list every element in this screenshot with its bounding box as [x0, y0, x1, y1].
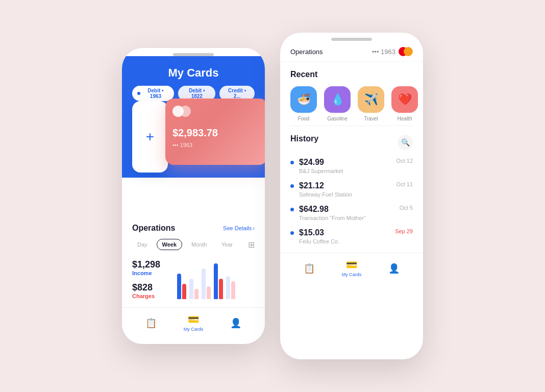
gas-label: Gasoline [327, 116, 347, 121]
bar-charges-2 [194, 289, 199, 299]
phone-1: My Cards Debit • 1963 Debit • 1822 Credi… [122, 48, 265, 344]
list-icon: 📋 [145, 317, 157, 329]
credit-card[interactable]: $2,983.78 ••• 1963 [165, 99, 265, 165]
gas-icon: 💧 [324, 86, 351, 113]
recent-icons: 🍜 Food 💧 Gasoline ✈️ Travel ❤️ Health [290, 86, 413, 121]
health-icon: ❤️ [391, 86, 418, 113]
history-info-1: $21.12 Safeway Fuel Station [299, 181, 391, 198]
nav-item-cards[interactable]: 💳 My Cards [184, 314, 204, 332]
history-merchant-1: Safeway Fuel Station [299, 191, 391, 198]
history-amount-3: $15.03 [299, 228, 390, 237]
history-dot-3 [290, 231, 294, 235]
recent-item-health[interactable]: ❤️ Health [391, 86, 418, 121]
mc-orange-circle [404, 47, 413, 56]
recent-item-gasoline[interactable]: 💧 Gasoline [324, 86, 351, 121]
history-info-0: $24.99 B&J Supermarket [299, 158, 391, 174]
see-details-link[interactable]: See Details › [223, 225, 255, 231]
card-dots: ••• 1963 [372, 48, 395, 56]
bar-charges-5 [231, 281, 235, 299]
bar-income-1 [177, 274, 181, 299]
operations-header: Operations See Details › [132, 224, 255, 233]
nav2-item-cards[interactable]: 💳 My Cards [342, 259, 362, 277]
history-item-0[interactable]: $24.99 B&J Supermarket Oct 12 [290, 158, 413, 174]
history-merchant-2: Transaction "From Mother" [299, 215, 394, 221]
card-amount: $2,983.78 [172, 127, 260, 139]
history-dot-0 [290, 161, 294, 164]
history-date-1: Oct 11 [397, 181, 413, 187]
search-button[interactable]: 🔍 [398, 135, 413, 150]
cards-nav2-label: My Cards [342, 272, 362, 277]
bar-income-5 [226, 276, 230, 299]
add-card-button[interactable]: + [132, 101, 168, 173]
history-item-3[interactable]: $15.03 Feilu Coffee Co. Sep 29 [290, 228, 413, 244]
stats-chart: $1,298 Income $828 Charges [132, 258, 255, 299]
nav-item-list[interactable]: 📋 [145, 317, 157, 329]
history-header: History 🔍 [290, 134, 413, 151]
bar-group-5 [226, 276, 235, 299]
bar-group-1 [177, 274, 186, 299]
history-section: History 🔍 $24.99 B&J Supermarket Oct 12 … [280, 126, 423, 253]
bar-chart [177, 258, 255, 299]
nav2-item-list[interactable]: 📋 [304, 263, 315, 274]
bar-income-3 [202, 268, 206, 299]
income-amount: $1,298 [132, 259, 173, 270]
profile2-icon: 👤 [388, 263, 400, 274]
bar-income-4 [214, 263, 218, 299]
phone1-bottom-nav: 📋 💳 My Cards 👤 [122, 307, 265, 338]
calendar-icon[interactable]: ⊞ [248, 240, 255, 250]
income-label: Income [132, 270, 173, 276]
travel-label: Travel [364, 116, 378, 121]
card-tab-dot [137, 92, 140, 95]
profile-icon: 👤 [230, 317, 241, 329]
recent-section: Recent 🍜 Food 💧 Gasoline ✈️ Travel ❤️ He… [280, 62, 423, 126]
history-amount-2: $642.98 [299, 205, 394, 214]
history-amount-0: $24.99 [299, 158, 391, 167]
cards-nav-label: My Cards [184, 327, 204, 332]
period-week[interactable]: Week [157, 239, 183, 250]
operations-label: Operations [290, 48, 323, 56]
card-nav-icon: 💳 [188, 314, 199, 325]
charges-amount: $828 [132, 282, 173, 293]
recent-title: Recent [290, 70, 413, 79]
period-day[interactable]: Day [132, 239, 153, 250]
bar-group-4 [214, 263, 223, 299]
history-info-2: $642.98 Transaction "From Mother" [299, 205, 394, 221]
mastercard-icon [399, 47, 413, 56]
history-item-1[interactable]: $21.12 Safeway Fuel Station Oct 11 [290, 181, 413, 198]
bar-income-2 [189, 279, 193, 299]
history-title: History [290, 134, 318, 143]
operations-title: Operations [132, 224, 175, 233]
travel-icon: ✈️ [358, 86, 384, 113]
history-date-2: Oct 5 [400, 205, 413, 211]
history-amount-1: $21.12 [299, 181, 391, 190]
nav2-item-profile[interactable]: 👤 [388, 263, 400, 274]
period-month[interactable]: Month [186, 239, 212, 250]
health-label: Health [398, 116, 412, 121]
card-nav2-icon: 💳 [346, 259, 357, 271]
bar-charges-3 [207, 286, 211, 299]
stats-left: $1,298 Income $828 Charges [132, 259, 173, 299]
history-items: $24.99 B&J Supermarket Oct 12 $21.12 Saf… [290, 158, 413, 244]
bar-charges-1 [182, 284, 186, 299]
food-icon: 🍜 [290, 86, 317, 113]
history-date-3: Sep 29 [395, 228, 413, 234]
cc-circle-right [180, 106, 191, 117]
card-tab-debit-1963[interactable]: Debit • 1963 [132, 86, 174, 101]
card-area: + $2,983.78 ••• 1963 [122, 127, 265, 178]
history-merchant-0: B&J Supermarket [299, 168, 391, 174]
card-number: ••• 1963 [172, 142, 260, 148]
history-item-2[interactable]: $642.98 Transaction "From Mother" Oct 5 [290, 205, 413, 221]
history-dot-1 [290, 184, 294, 188]
phones-container: My Cards Debit • 1963 Debit • 1822 Credi… [102, 12, 443, 380]
bar-group-2 [189, 279, 199, 299]
phone2-bottom-nav: 📋 💳 My Cards 👤 [280, 253, 423, 283]
bar-group-3 [202, 268, 211, 299]
recent-item-travel[interactable]: ✈️ Travel [358, 86, 384, 121]
history-dot-2 [290, 208, 294, 211]
recent-item-food[interactable]: 🍜 Food [290, 86, 317, 121]
nav-item-profile[interactable]: 👤 [230, 317, 241, 329]
period-year[interactable]: Year [216, 239, 238, 250]
card-indicator: ••• 1963 [372, 47, 413, 56]
phone1-title: My Cards [132, 66, 255, 80]
bar-charges-4 [219, 279, 223, 299]
